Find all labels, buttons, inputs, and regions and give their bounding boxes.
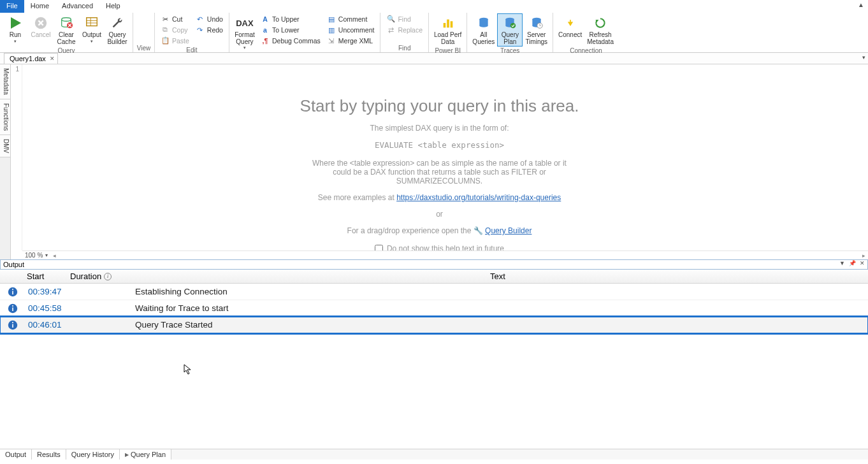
menu-help[interactable]: Help xyxy=(99,0,127,13)
format-query-button[interactable]: DAX Format Query ▾ xyxy=(232,13,257,52)
refresh-label: Refresh Metadata xyxy=(587,32,614,45)
cancel-button[interactable]: Cancel xyxy=(28,13,54,40)
document-tab[interactable]: Query1.dax ✕ xyxy=(4,53,58,64)
bottom-tab-plan[interactable]: ▶Query Plan xyxy=(120,449,171,460)
zoom-level[interactable]: 100 % xyxy=(25,252,43,259)
cancel-label: Cancel xyxy=(31,32,50,39)
scroll-left-icon[interactable]: ◂ xyxy=(53,252,56,259)
tutorial-link[interactable]: https://daxstudio.org/tutorials/writing-… xyxy=(396,193,561,202)
clear-cache-button[interactable]: Clear Cache xyxy=(54,13,79,47)
placeholder-code: EVALUATE <table expression> xyxy=(11,140,868,150)
bottom-tab-results[interactable]: Results xyxy=(32,449,66,460)
all-queries-button[interactable]: All Queries xyxy=(470,13,497,47)
col-header-start[interactable]: Start xyxy=(25,272,70,281)
svg-point-13 xyxy=(510,23,516,28)
menu-bar: File Home Advanced Help ▲ xyxy=(0,0,868,13)
info-icon xyxy=(0,303,25,314)
query-plan-button[interactable]: Query Plan xyxy=(497,13,523,47)
editor[interactable]: 1 Start by typing your query in this are… xyxy=(11,64,868,259)
side-panel-tabs: Metadata Functions DMV xyxy=(0,64,11,259)
server-timings-button[interactable]: Server Timings xyxy=(523,13,550,47)
play-icon xyxy=(6,15,24,31)
svg-rect-24 xyxy=(12,324,13,328)
refresh-icon xyxy=(591,15,609,31)
document-tab-bar: Query1.dax ✕ ▾ xyxy=(0,53,868,64)
scroll-right-icon[interactable]: ▸ xyxy=(862,252,865,259)
query-builder-button[interactable]: Query Builder xyxy=(105,13,130,47)
side-tab-dmv[interactable]: DMV xyxy=(0,135,10,157)
merge-icon: ⇲ xyxy=(327,36,336,45)
output-row[interactable]: 00:39:47 Establishing Connection xyxy=(0,284,868,300)
svg-rect-9 xyxy=(447,20,449,28)
menu-advanced[interactable]: Advanced xyxy=(55,0,99,13)
ribbon-group-find: 🔍Find ⇄Replace Find xyxy=(380,13,429,52)
panel-dropdown-icon[interactable]: ▼ xyxy=(838,260,846,266)
menu-file[interactable]: File xyxy=(0,0,24,13)
query-builder-label: Query Builder xyxy=(107,32,127,45)
output-label: Output xyxy=(82,32,101,39)
col-header-text[interactable]: Text xyxy=(127,272,868,281)
zoom-bar: 100 % ▾ ◂ ▸ xyxy=(22,250,868,259)
row-start: 00:45:58 xyxy=(25,303,70,313)
merge-xml-button[interactable]: ⇲Merge XML xyxy=(325,35,377,46)
load-perf-button[interactable]: Load Perf Data xyxy=(431,13,464,47)
chart-icon xyxy=(439,15,457,31)
replace-button[interactable]: ⇄Replace xyxy=(384,24,424,35)
redo-button[interactable]: ↷Redo xyxy=(194,24,225,35)
ribbon-group-traces: All Queries Query Plan Server Timings Tr… xyxy=(467,13,553,52)
svg-point-22 xyxy=(12,305,13,306)
db-clock-icon xyxy=(528,15,546,31)
bottom-tab-output[interactable]: Output xyxy=(0,449,32,460)
to-lower-button[interactable]: aTo Lower xyxy=(259,24,322,35)
find-button[interactable]: 🔍Find xyxy=(384,13,424,24)
load-perf-label: Load Perf Data xyxy=(434,32,461,45)
row-text: Query Trace Started xyxy=(127,320,868,330)
clear-cache-label: Clear Cache xyxy=(57,32,76,45)
bottom-tab-history[interactable]: Query History xyxy=(66,449,120,460)
paste-button[interactable]: 📋Paste xyxy=(159,35,191,46)
server-timings-label: Server Timings xyxy=(525,32,547,45)
run-button[interactable]: Run ▾ xyxy=(3,13,28,45)
uncomment-button[interactable]: ▥Uncomment xyxy=(325,24,377,35)
side-tab-metadata[interactable]: Metadata xyxy=(0,64,10,99)
row-text: Establishing Connection xyxy=(127,287,868,296)
connect-button[interactable]: Connect xyxy=(556,13,584,40)
group-label-view: View xyxy=(136,44,152,52)
wrench-icon: 🔧 xyxy=(474,226,483,235)
query-builder-link[interactable]: Query Builder xyxy=(485,226,532,235)
to-upper-button[interactable]: ATo Upper xyxy=(259,13,322,24)
zoom-dropdown-icon[interactable]: ▾ xyxy=(45,252,48,258)
refresh-metadata-button[interactable]: Refresh Metadata xyxy=(584,13,616,47)
editor-placeholder: Start by typing your query in this area.… xyxy=(11,96,868,253)
info-icon[interactable]: i xyxy=(104,273,112,280)
close-icon[interactable]: ✕ xyxy=(858,260,866,266)
output-button[interactable]: Output ▾ xyxy=(79,13,105,45)
cancel-icon xyxy=(32,15,50,31)
doctabs-dropdown-icon[interactable]: ▾ xyxy=(862,54,865,61)
copy-button[interactable]: ⧉Copy xyxy=(159,24,191,35)
placeholder-examples: See more examples at https://daxstudio.o… xyxy=(11,193,868,202)
debug-commas-button[interactable]: ,¶Debug Commas xyxy=(259,35,322,46)
svg-point-2 xyxy=(62,18,71,22)
search-icon: 🔍 xyxy=(386,15,395,24)
copy-icon: ⧉ xyxy=(161,25,170,34)
close-icon[interactable]: ✕ xyxy=(50,55,55,62)
svg-rect-10 xyxy=(450,21,452,27)
side-tab-functions[interactable]: Functions xyxy=(0,99,10,135)
db-icon xyxy=(475,15,493,31)
output-grid: Start Durationi Text 00:39:47 Establishi… xyxy=(0,270,868,449)
output-row[interactable]: 00:45:58 Waiting for Trace to start xyxy=(0,300,868,317)
menu-home[interactable]: Home xyxy=(24,0,55,13)
svg-rect-8 xyxy=(443,23,445,27)
cut-button[interactable]: ✂Cut xyxy=(159,13,191,24)
document-tab-label: Query1.dax xyxy=(10,55,46,62)
svg-marker-0 xyxy=(11,17,21,29)
pin-icon[interactable]: 📌 xyxy=(848,260,857,266)
col-header-duration[interactable]: Durationi xyxy=(70,272,127,281)
uncomment-icon: ▥ xyxy=(327,25,336,34)
comment-button[interactable]: ▤Comment xyxy=(325,13,377,24)
output-row[interactable]: 00:46:01 Query Trace Started xyxy=(0,317,868,333)
undo-button[interactable]: ↶Undo xyxy=(194,13,225,24)
ribbon-collapse-icon[interactable]: ▲ xyxy=(858,1,864,8)
work-area: Metadata Functions DMV 1 Start by typing… xyxy=(0,64,868,259)
